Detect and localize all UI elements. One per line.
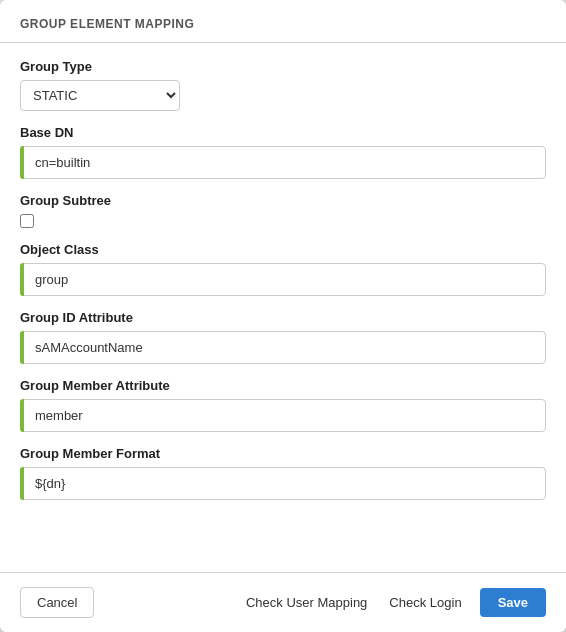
group-subtree-checkbox-wrapper — [20, 214, 546, 228]
footer-left: Cancel — [20, 587, 94, 618]
modal-footer: Cancel Check User Mapping Check Login Sa… — [0, 572, 566, 632]
group-element-mapping-modal: GROUP ELEMENT MAPPING Group Type STATIC … — [0, 0, 566, 632]
group-member-format-wrapper — [20, 467, 546, 500]
cancel-button[interactable]: Cancel — [20, 587, 94, 618]
modal-header: GROUP ELEMENT MAPPING — [0, 0, 566, 43]
group-member-attribute-wrapper — [20, 399, 546, 432]
group-subtree-field: Group Subtree — [20, 193, 546, 228]
modal-body: Group Type STATIC DYNAMIC Base DN Group … — [0, 43, 566, 572]
group-subtree-checkbox[interactable] — [20, 214, 34, 228]
group-id-attribute-label: Group ID Attribute — [20, 310, 546, 325]
group-type-label: Group Type — [20, 59, 546, 74]
group-member-format-input[interactable] — [20, 467, 546, 500]
group-member-attribute-accent — [20, 399, 24, 432]
save-button[interactable]: Save — [480, 588, 546, 617]
object-class-wrapper — [20, 263, 546, 296]
group-id-attribute-input[interactable] — [20, 331, 546, 364]
group-member-format-accent — [20, 467, 24, 500]
base-dn-accent — [20, 146, 24, 179]
group-member-attribute-input[interactable] — [20, 399, 546, 432]
group-type-field: Group Type STATIC DYNAMIC — [20, 59, 546, 111]
object-class-label: Object Class — [20, 242, 546, 257]
modal-title: GROUP ELEMENT MAPPING — [20, 17, 194, 31]
group-id-attribute-accent — [20, 331, 24, 364]
group-type-select[interactable]: STATIC DYNAMIC — [20, 80, 180, 111]
base-dn-wrapper — [20, 146, 546, 179]
group-member-attribute-field: Group Member Attribute — [20, 378, 546, 432]
footer-right: Check User Mapping Check Login Save — [242, 588, 546, 617]
base-dn-input[interactable] — [20, 146, 546, 179]
object-class-accent — [20, 263, 24, 296]
group-id-attribute-wrapper — [20, 331, 546, 364]
object-class-input[interactable] — [20, 263, 546, 296]
group-member-format-field: Group Member Format — [20, 446, 546, 500]
base-dn-field: Base DN — [20, 125, 546, 179]
group-id-attribute-field: Group ID Attribute — [20, 310, 546, 364]
group-member-format-label: Group Member Format — [20, 446, 546, 461]
base-dn-label: Base DN — [20, 125, 546, 140]
check-login-button[interactable]: Check Login — [385, 588, 465, 617]
object-class-field: Object Class — [20, 242, 546, 296]
group-subtree-label: Group Subtree — [20, 193, 546, 208]
check-user-mapping-button[interactable]: Check User Mapping — [242, 588, 371, 617]
group-member-attribute-label: Group Member Attribute — [20, 378, 546, 393]
